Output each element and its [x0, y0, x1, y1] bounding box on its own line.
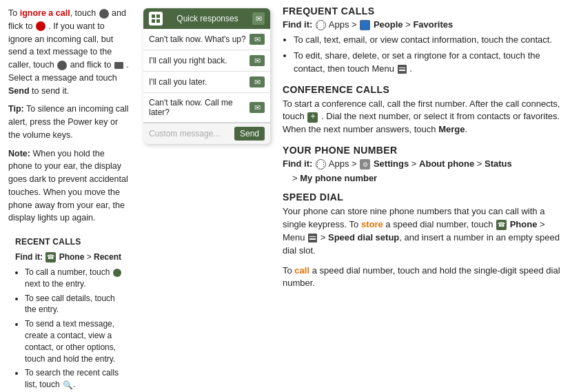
message-row-4[interactable]: Can't talk now. Call me later?: [143, 93, 270, 123]
frequent-calls-section: FREQUENT CALLS Find it: ⋮⋮ Apps > 👤 Peop…: [283, 6, 560, 76]
left-column: To ignore a call, touch and flick to . I…: [0, 0, 138, 392]
message-text-2: I'll call you right back.: [149, 56, 227, 65]
note-para: Note: When you hold the phone to your ea…: [8, 147, 130, 225]
svg-rect-1: [156, 14, 160, 18]
recent-calls-list: To call a number, touch next to the entr…: [15, 267, 123, 392]
phone-mockup: Quick responses ✉ Can't talk now. What's…: [143, 8, 270, 144]
frequent-calls-title: FREQUENT CALLS: [283, 6, 560, 17]
conference-calls-title: CONFERENCE CALLS: [283, 84, 560, 95]
freq-bullet-1: To call, text, email, or view contact in…: [294, 34, 560, 47]
menu-icon-speed: [308, 234, 317, 243]
tip-text: To silence an incoming call alert, press…: [8, 104, 129, 140]
message-row-3[interactable]: I'll call you later.: [143, 72, 270, 93]
recent-bullet-3: To send a text message, create a contact…: [25, 318, 123, 364]
your-phone-number-section: YOUR PHONE NUMBER Find it: ⋮⋮ Apps > ⚙ S…: [283, 145, 560, 183]
note-label: Note:: [8, 149, 30, 158]
ignore-call-para: To ignore a call, touch and flick to . I…: [8, 7, 130, 97]
message-text-1: Can't talk now. What's up?: [149, 34, 246, 44]
conference-calls-body: To start a conference call, call the fir…: [283, 98, 560, 137]
phone-header-app-icon: [149, 12, 163, 25]
search-icon: 🔍: [63, 380, 72, 390]
frequent-calls-find: Find it: ⋮⋮ Apps > 👤 People > Favorites: [283, 19, 560, 30]
speed-dial-body1: Your phone can store nine phone numbers …: [283, 205, 560, 257]
recent-bullet-1: To call a number, touch next to the entr…: [25, 267, 123, 290]
conference-calls-section: CONFERENCE CALLS To start a conference c…: [283, 84, 560, 137]
frequent-calls-list: To call, text, email, or view contact in…: [283, 34, 560, 76]
message-send-icon-1: [250, 34, 265, 45]
phone-icon-speed: ☎: [496, 220, 507, 230]
speed-dial-title: SPEED DIAL: [283, 192, 560, 203]
recent-bullet-2: To see call details, touch the entry.: [25, 293, 123, 316]
message-text-4: Can't talk now. Call me later?: [149, 98, 250, 117]
people-icon: 👤: [360, 20, 370, 30]
apps-icon-freq: ⋮⋮: [316, 20, 326, 30]
phone-number-find: Find it: ⋮⋮ Apps > ⚙ Settings > About ph…: [283, 158, 560, 169]
quick-responses-label: Quick responses: [176, 14, 238, 23]
call-icon: [113, 269, 121, 277]
apps-icon-phone: ⋮⋮: [316, 159, 326, 169]
ignore-call-text: ignore a call: [20, 8, 70, 18]
message-icon: [114, 62, 123, 69]
merge-label: Merge: [438, 124, 465, 134]
message-row-1[interactable]: Can't talk now. What's up?: [143, 29, 270, 50]
recent-calls-title: RECENT CALLS: [15, 236, 123, 248]
store-label: store: [361, 219, 383, 229]
middle-column: Quick responses ✉ Can't talk now. What's…: [138, 0, 276, 392]
phone-circle-icon: [99, 9, 109, 19]
my-phone-number-label: My phone number: [300, 173, 377, 183]
recent-phone-label: Phone > Recent: [59, 252, 121, 262]
compose-icon: ✉: [252, 12, 265, 25]
ignore-flick-icon: [36, 21, 45, 31]
svg-rect-2: [152, 19, 155, 23]
custom-message-row: Custom message... Send: [143, 123, 270, 144]
speed-dial-body2: To call a speed dial number, touch and h…: [283, 265, 560, 291]
phone-num-find-text: Apps > ⚙ Settings > About phone > Status: [329, 158, 512, 169]
tip-para: Tip: To silence an incoming call alert, …: [8, 103, 130, 141]
phone-number-find2: > My phone number: [283, 173, 560, 183]
phone-app-icon: ☎: [45, 252, 56, 262]
right-column: FREQUENT CALLS Find it: ⋮⋮ Apps > 👤 Peop…: [276, 0, 570, 392]
recent-bullet-4: To search the recent calls list, touch 🔍…: [25, 367, 123, 391]
add-call-icon: +: [307, 112, 318, 123]
svg-rect-0: [152, 14, 155, 18]
svg-rect-3: [156, 19, 160, 23]
freq-bullet-2: To edit, share, delete, or set a rington…: [294, 50, 560, 76]
freq-find-text: Apps > 👤 People > Favorites: [329, 19, 453, 30]
find-it-label-freq: Find it:: [283, 19, 315, 30]
tip-label: Tip:: [8, 104, 24, 114]
message-text-3: I'll call you later.: [149, 77, 207, 87]
custom-message-placeholder[interactable]: Custom message...: [149, 129, 220, 138]
message-send-icon-3: [250, 76, 265, 87]
phone-header: Quick responses ✉: [143, 8, 270, 29]
speed-dial-setup-label: Speed dial setup: [328, 232, 399, 243]
message-send-icon-2: [250, 55, 265, 66]
your-phone-number-title: YOUR PHONE NUMBER: [283, 145, 560, 156]
menu-icon-freq: [398, 65, 407, 74]
send-button[interactable]: Send: [234, 127, 265, 141]
find-it-label-phone: Find it:: [283, 158, 315, 169]
settings-icon: ⚙: [360, 159, 370, 169]
find-it-label: Find it:: [15, 252, 45, 262]
recent-calls-find: Find it: ☎ Phone > Recent: [15, 251, 123, 263]
call-label: call: [294, 265, 309, 276]
speed-dial-section: SPEED DIAL Your phone can store nine pho…: [283, 192, 560, 290]
message-send-icon-4: [250, 102, 265, 113]
message-row-2[interactable]: I'll call you right back.: [143, 50, 270, 72]
recent-calls-section: RECENT CALLS Find it: ☎ Phone > Recent T…: [8, 230, 130, 392]
phone-circle2-icon: [57, 61, 67, 70]
send-label: Send: [8, 86, 30, 96]
note-text: When you hold the phone to your ear, the…: [8, 149, 128, 223]
